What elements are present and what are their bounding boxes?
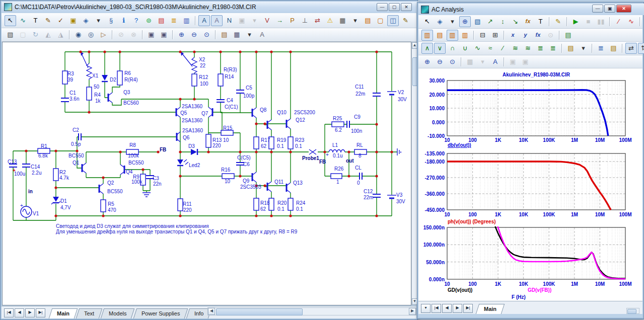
rule-check-icon[interactable]: ▤ <box>156 15 167 26</box>
view-dropdown-icon[interactable]: ▾ <box>244 29 255 40</box>
properties-icon[interactable]: ✎ <box>552 16 564 27</box>
hscroll-thumb[interactable] <box>216 308 303 315</box>
bill-of-materials-icon[interactable]: ▥ <box>181 15 192 26</box>
pin-connections-icon[interactable]: ▣ <box>236 15 248 26</box>
tab-power-supplies[interactable]: Power Supplies <box>133 308 188 318</box>
go-to-flag-icon[interactable]: ▷ <box>98 29 109 40</box>
intersect-curve-icon[interactable]: ≋ <box>510 43 521 54</box>
ac-close-button[interactable]: ✕ <box>616 5 631 13</box>
display-dropdown-icon[interactable]: ▾ <box>249 15 260 26</box>
ac-tab-main[interactable]: Main <box>476 304 505 314</box>
stop-icon[interactable]: ■ <box>583 16 594 27</box>
find-icon[interactable]: ◉ <box>73 29 84 40</box>
flip-horizontal-icon[interactable]: ◮ <box>55 29 66 40</box>
flip-vertical-icon[interactable]: ◭ <box>42 29 54 40</box>
sheet-nav-0[interactable]: |◀ <box>4 308 14 317</box>
region-icon[interactable]: ▢ <box>17 29 29 40</box>
ac-plot-area[interactable]: 30.00020.00010.0000.000-10.000101001K10K… <box>418 68 642 301</box>
scale-x-icon[interactable]: ↗ <box>484 16 496 27</box>
tab-text[interactable]: Text <box>76 308 103 318</box>
grid-icon[interactable]: ▦ <box>337 15 348 26</box>
cursor-window-icon[interactable]: ▧ <box>472 16 483 27</box>
plot-layout-split-icon[interactable]: ▥ <box>447 30 458 41</box>
ac-maximize-button[interactable]: ▣ <box>604 5 615 13</box>
high-icon[interactable]: ∩ <box>447 43 458 54</box>
zoom-100-icon[interactable]: ⊙ <box>201 29 212 40</box>
pin-leads-icon[interactable]: ⇄ <box>312 15 323 26</box>
slope-icon[interactable]: ∕ <box>613 16 624 27</box>
select-box-icon[interactable]: ▧ <box>5 29 16 40</box>
warnings-icon[interactable]: ⚠ <box>324 15 336 26</box>
find-next-icon[interactable]: ◎ <box>85 29 97 40</box>
power-icon[interactable]: P <box>287 15 298 26</box>
cursor-y-icon[interactable]: y <box>520 30 531 41</box>
zoom-out-icon[interactable]: ⊖ <box>434 56 446 67</box>
tile-icon[interactable]: ▣ <box>520 56 531 67</box>
digital-paths-icon[interactable]: ≣ <box>168 15 180 26</box>
ac-minimize-button[interactable]: — <box>592 5 603 13</box>
clipboard-icon[interactable]: ▤ <box>565 43 577 54</box>
low-icon[interactable]: ∪ <box>459 43 471 54</box>
minimize-button[interactable]: — <box>377 3 388 11</box>
help-mode-icon[interactable]: ? <box>130 15 142 26</box>
scale-both-icon[interactable]: ↘ <box>510 16 521 27</box>
polygon-mode-icon[interactable]: ✓ <box>55 15 66 26</box>
schematic-hscrollbar[interactable]: ◀ ▶ <box>207 307 416 315</box>
run-icon[interactable]: ▶ <box>570 16 582 27</box>
inflection-icon[interactable]: ∿ <box>472 43 483 54</box>
pause-icon[interactable]: ▮▮ <box>595 16 607 27</box>
wave-text-icon[interactable]: A <box>211 15 223 26</box>
grid-options-icon[interactable]: ▦ <box>464 56 476 67</box>
tab-main[interactable]: Main <box>49 308 78 318</box>
edit-limits-icon[interactable]: ▤ <box>562 30 574 41</box>
intersect-next-icon[interactable]: ≋ <box>522 43 534 54</box>
scale-y-icon[interactable]: ↕ <box>497 16 509 27</box>
numeric-output-icon[interactable]: ≣ <box>595 43 607 54</box>
conditions-icon[interactable]: ⊥ <box>299 15 311 26</box>
plot-layout-single-icon[interactable]: ▥ <box>459 30 471 41</box>
plot-layout-horz-icon[interactable]: ▤ <box>434 30 446 41</box>
find-part-icon[interactable]: ◈ <box>80 15 92 26</box>
mode-dropdown-icon[interactable]: ▾ <box>447 16 458 27</box>
zoom-out-icon[interactable]: ⊖ <box>188 29 200 40</box>
copy-visible-icon[interactable]: ▣ <box>158 29 170 40</box>
currents-icon[interactable]: → <box>274 15 285 26</box>
helix-icon[interactable]: § <box>105 15 117 26</box>
sheet-nav-2[interactable]: ▶ <box>25 308 35 317</box>
attribute-text-icon[interactable]: A <box>198 15 210 26</box>
node-voltages-icon[interactable]: V <box>261 15 273 26</box>
select-mode-icon[interactable]: ◈ <box>434 16 446 27</box>
ac-nav-3[interactable]: ▶ <box>453 304 462 313</box>
picture-mode-icon[interactable]: ▣ <box>67 15 79 26</box>
sheet-nav-1[interactable]: ◀ <box>15 308 24 317</box>
global-high-icon[interactable]: ≈ <box>484 43 496 54</box>
schematic-titlebar[interactable]: C:\MC11\DATA\Petrov\Akulinichev_1980-03_… <box>2 2 419 13</box>
scale-mode-icon[interactable]: ⊕ <box>459 16 471 27</box>
state-variables-icon[interactable]: ▤ <box>608 43 619 54</box>
scroll-right-icon[interactable]: ▶ <box>409 308 416 315</box>
title-block-icon[interactable]: ▢ <box>375 15 386 26</box>
copy-clipboard-icon[interactable]: ▣ <box>146 29 157 40</box>
schematic-canvas[interactable]: R339C13.6nX150R41kD2R6R(R4)Q3BC560C20.5p… <box>2 42 411 305</box>
formula-icon[interactable]: fx <box>522 16 534 27</box>
sheet-nav-3[interactable]: ▶| <box>36 308 45 317</box>
plot-layout-vert-icon[interactable]: ▥ <box>421 30 433 41</box>
zoom-in-icon[interactable]: ⊕ <box>176 29 187 40</box>
valley-icon[interactable]: ∨ <box>434 43 446 54</box>
ac-nav-1[interactable]: |◀ <box>432 304 441 313</box>
ac-hscroll-stub[interactable] <box>626 308 639 314</box>
vertical-axis-icon[interactable]: ⇅ <box>638 43 644 54</box>
zoom-100-icon[interactable]: ⊙ <box>447 56 458 67</box>
grid-dropdown-icon[interactable]: ▾ <box>477 56 488 67</box>
font-icon[interactable]: A <box>489 56 501 67</box>
all-branches-icon[interactable]: ≣ <box>547 43 559 54</box>
slope-fit-icon[interactable]: ∿ <box>625 16 637 27</box>
point-tag-icon[interactable]: ⊚ <box>143 15 155 26</box>
back-icon[interactable]: ⊘ <box>115 29 127 40</box>
cursor-x-icon[interactable]: x <box>507 30 519 41</box>
slope-cursor-icon[interactable]: ∕ <box>497 43 509 54</box>
model-editor-icon[interactable]: ✎ <box>400 15 411 26</box>
cursor-horizontal-icon[interactable]: ⊟ <box>477 30 488 41</box>
close-button[interactable]: ✕ <box>401 3 412 11</box>
line-mode-icon[interactable]: ✎ <box>42 15 54 26</box>
